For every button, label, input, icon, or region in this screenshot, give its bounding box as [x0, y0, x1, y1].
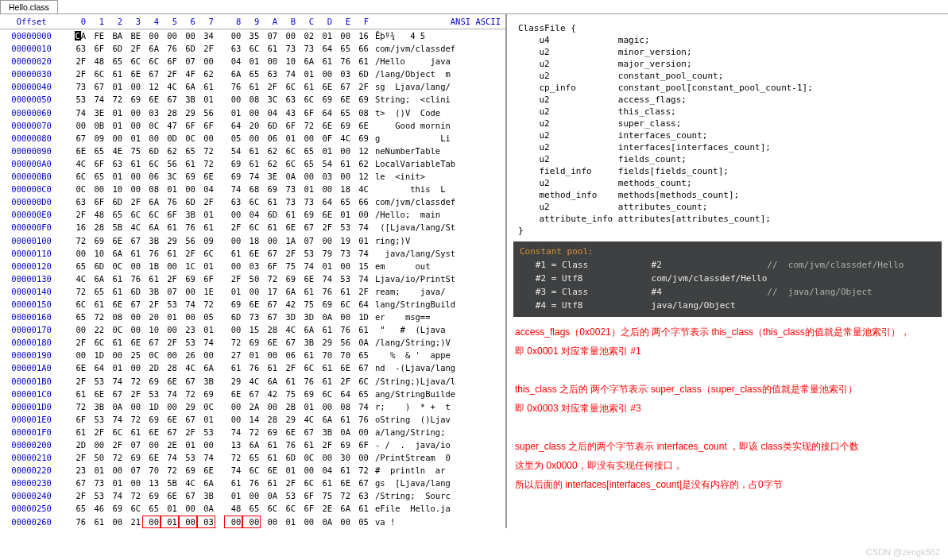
hex-byte[interactable]: 48	[224, 502, 242, 515]
hex-byte[interactable]: 61	[279, 208, 297, 221]
hex-byte[interactable]: 2F	[124, 388, 142, 400]
hex-byte[interactable]: 61	[297, 438, 315, 451]
hex-byte[interactable]: 2F	[124, 195, 142, 208]
hex-byte[interactable]: 3B	[87, 400, 106, 413]
hex-byte[interactable]: 00	[224, 323, 242, 336]
hex-byte[interactable]: 76	[334, 323, 352, 336]
hex-byte[interactable]: CA	[69, 29, 87, 43]
hex-byte[interactable]: 6F	[297, 489, 315, 502]
hex-byte[interactable]: 63	[106, 157, 124, 170]
hex-byte[interactable]: 64	[315, 42, 334, 55]
hex-byte[interactable]: 04	[197, 183, 215, 195]
hex-byte[interactable]: 79	[315, 247, 334, 260]
hex-byte[interactable]: 6E	[315, 208, 334, 221]
hex-byte[interactable]: 00	[224, 400, 242, 413]
hex-byte[interactable]: 72	[69, 285, 87, 298]
hex-byte[interactable]: 00	[161, 400, 179, 413]
hex-byte[interactable]: 00	[124, 477, 142, 489]
hex-byte[interactable]: 3B	[315, 426, 334, 438]
hex-byte[interactable]: 63	[224, 195, 242, 208]
hex-byte[interactable]: 61	[242, 80, 261, 93]
hex-byte[interactable]: 00	[197, 438, 215, 451]
hex-byte[interactable]: 2F	[69, 451, 87, 464]
hex-byte[interactable]: 2F	[197, 195, 215, 208]
hex-byte[interactable]: 6E	[315, 80, 334, 93]
hex-byte[interactable]: 6E	[279, 426, 297, 438]
hex-byte[interactable]: 6A	[261, 375, 279, 388]
hex-byte[interactable]: 0C	[142, 119, 161, 132]
hex-byte[interactable]: 6C	[279, 157, 297, 170]
hex-byte[interactable]: 3C	[261, 93, 279, 106]
hex-byte[interactable]: 50	[87, 451, 106, 464]
hex-byte[interactable]: 74	[315, 272, 334, 285]
hex-byte[interactable]: 00	[69, 323, 87, 336]
hex-byte[interactable]: 00	[224, 234, 242, 247]
hex-byte[interactable]: 6C	[87, 336, 106, 349]
hex-byte[interactable]: 4C	[161, 80, 179, 93]
hex-byte[interactable]: 02	[297, 29, 315, 43]
hex-byte[interactable]: 3B	[179, 208, 197, 221]
hex-byte[interactable]: 6A	[106, 247, 124, 260]
hex-byte[interactable]: 3E	[261, 170, 279, 183]
hex-byte[interactable]: 01	[179, 438, 197, 451]
hex-byte[interactable]: 0C	[106, 260, 124, 272]
hex-byte[interactable]: 61	[334, 285, 352, 298]
hex-byte[interactable]: 75	[124, 145, 142, 157]
hex-byte[interactable]: 2F	[315, 438, 334, 451]
hex-byte[interactable]: 61	[352, 55, 370, 68]
hex-byte[interactable]: 76	[279, 438, 297, 451]
hex-byte[interactable]: 65	[242, 451, 261, 464]
hex-byte[interactable]: 74	[224, 183, 242, 195]
hex-byte[interactable]: 65	[297, 145, 315, 157]
hex-byte[interactable]: 65	[69, 260, 87, 272]
hex-byte[interactable]: 00	[142, 29, 161, 43]
hex-byte[interactable]: 69	[352, 132, 370, 145]
hex-byte[interactable]: 6E	[334, 477, 352, 489]
hex-byte[interactable]: 69	[224, 298, 242, 311]
hex-byte[interactable]: 4C	[69, 157, 87, 170]
hex-byte[interactable]: 01	[224, 489, 242, 502]
hex-byte[interactable]: 6C	[297, 361, 315, 374]
hex-byte[interactable]: 61	[87, 516, 106, 528]
hex-byte[interactable]: 6D	[179, 42, 197, 55]
hex-byte[interactable]: 2F	[161, 68, 179, 80]
hex-byte[interactable]: 76	[297, 375, 315, 388]
hex-byte[interactable]: 29	[279, 413, 297, 426]
hex-byte[interactable]: 00	[124, 183, 142, 195]
hex-byte[interactable]: 76	[242, 361, 261, 374]
hex-byte[interactable]: 00	[297, 170, 315, 183]
hex-byte[interactable]: 15	[242, 323, 261, 336]
hex-byte[interactable]: 73	[334, 247, 352, 260]
hex-byte[interactable]: 61	[334, 413, 352, 426]
hex-byte[interactable]: 0C	[106, 323, 124, 336]
hex-byte[interactable]: 00	[261, 349, 279, 361]
hex-byte[interactable]: 4C	[124, 221, 142, 234]
hex-byte[interactable]: 0F	[315, 132, 334, 145]
hex-byte[interactable]: 00	[242, 285, 261, 298]
hex-byte[interactable]: 03	[197, 516, 215, 528]
hex-byte[interactable]: 61	[261, 438, 279, 451]
hex-byte[interactable]: 64	[352, 298, 370, 311]
hex-byte[interactable]: 00	[352, 208, 370, 221]
hex-byte[interactable]: 74	[352, 221, 370, 234]
hex-byte[interactable]: 6C	[297, 477, 315, 489]
hex-byte[interactable]: 00	[261, 234, 279, 247]
hex-byte[interactable]: 0A	[352, 336, 370, 349]
hex-byte[interactable]: 42	[279, 298, 297, 311]
hex-byte[interactable]: 56	[179, 234, 197, 247]
hex-byte[interactable]: 2D	[142, 361, 161, 374]
hex-byte[interactable]: 64	[224, 119, 242, 132]
hex-byte[interactable]: 43	[279, 106, 297, 119]
hex-byte[interactable]: 61	[224, 247, 242, 260]
hex-byte[interactable]: 61	[297, 80, 315, 93]
hex-byte[interactable]: 69	[197, 388, 215, 400]
hex-byte[interactable]: 00	[161, 323, 179, 336]
hex-byte[interactable]: 6D	[179, 195, 197, 208]
hex-byte[interactable]: 00	[297, 464, 315, 477]
hex-byte[interactable]: 67	[352, 477, 370, 489]
hex-byte[interactable]: 74	[297, 260, 315, 272]
hex-byte[interactable]: 6E	[315, 119, 334, 132]
hex-byte[interactable]: 00	[197, 349, 215, 361]
hex-byte[interactable]: 61	[242, 145, 261, 157]
hex-byte[interactable]: 6A	[179, 80, 197, 93]
